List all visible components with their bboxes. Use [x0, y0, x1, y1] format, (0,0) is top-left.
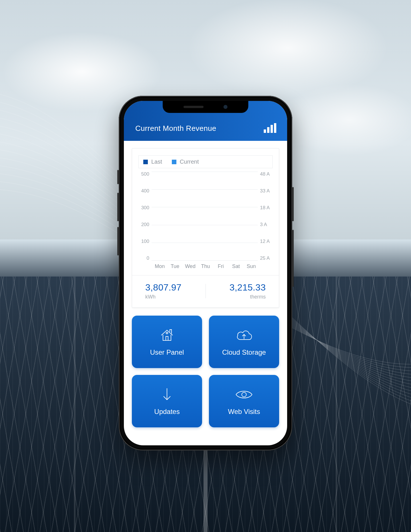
- stats-row: 3,807.97 kWh 3,215.33 therms: [138, 275, 273, 307]
- legend-swatch-current: [172, 160, 176, 164]
- stat-therms-unit: therms: [209, 294, 266, 300]
- x-axis: Mon Tue Wed Thu Fri Sat Sun: [138, 261, 273, 275]
- house-icon: [159, 327, 175, 343]
- bar-chart-icon[interactable]: [264, 123, 277, 133]
- legend-item-last: Last: [143, 159, 162, 165]
- svg-point-5: [166, 332, 168, 334]
- tile-label: User Panel: [150, 348, 184, 356]
- legend-label-current: Current: [180, 159, 199, 165]
- tile-label: Web Visits: [228, 408, 260, 416]
- chart-plot-area: 500 400 300 200 100 0 48 A 33 A 18: [138, 172, 273, 261]
- stat-kwh-unit: kWh: [145, 294, 203, 300]
- tile-cloud-storage[interactable]: Cloud Storage: [209, 316, 279, 368]
- tile-label: Updates: [154, 408, 180, 416]
- stat-therms: 3,215.33 therms: [206, 282, 269, 300]
- phone-notch: [163, 101, 248, 113]
- svg-rect-1: [267, 127, 269, 133]
- page-title: Current Month Revenue: [135, 124, 216, 133]
- legend-item-current: Current: [172, 159, 199, 165]
- cloud-upload-icon: [235, 327, 253, 343]
- chart-legend: Last Current: [138, 155, 273, 168]
- tile-web-visits[interactable]: Web Visits: [209, 375, 279, 427]
- tile-updates[interactable]: Updates: [132, 375, 202, 427]
- svg-rect-2: [271, 125, 273, 133]
- y-axis-right: 48 A 33 A 18 A 3 A 12 A 25 A: [258, 172, 273, 261]
- eye-icon: [235, 387, 253, 403]
- stat-kwh: 3,807.97 kWh: [142, 282, 206, 300]
- svg-rect-0: [264, 129, 266, 133]
- stat-kwh-value: 3,807.97: [145, 282, 203, 293]
- legend-label-last: Last: [151, 159, 162, 165]
- stat-therms-value: 3,215.33: [209, 282, 266, 293]
- arrow-down-icon: [161, 387, 173, 403]
- phone-frame: Current Month Revenue Last: [119, 96, 292, 450]
- action-tiles: User Panel Cloud Storage: [132, 316, 279, 427]
- tile-label: Cloud Storage: [222, 348, 266, 356]
- revenue-chart-card: Last Current 500 400 300 200 100 0: [132, 148, 279, 308]
- svg-point-6: [242, 392, 246, 397]
- phone-screen: Current Month Revenue Last: [124, 101, 287, 445]
- legend-swatch-last: [143, 160, 148, 164]
- y-axis-left: 500 400 300 200 100 0: [138, 172, 151, 261]
- svg-rect-4: [166, 336, 168, 340]
- svg-rect-3: [274, 123, 276, 133]
- tile-user-panel[interactable]: User Panel: [132, 316, 202, 368]
